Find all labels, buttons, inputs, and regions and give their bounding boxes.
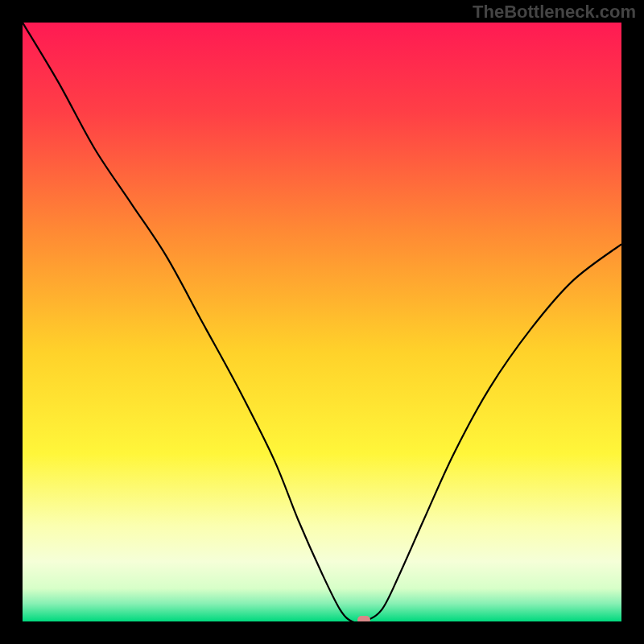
frame-right <box>621 0 644 644</box>
frame-left <box>0 0 23 644</box>
watermark-text: TheBottleneck.com <box>473 2 636 23</box>
bottleneck-curve <box>23 23 621 621</box>
frame-bottom <box>0 621 644 644</box>
